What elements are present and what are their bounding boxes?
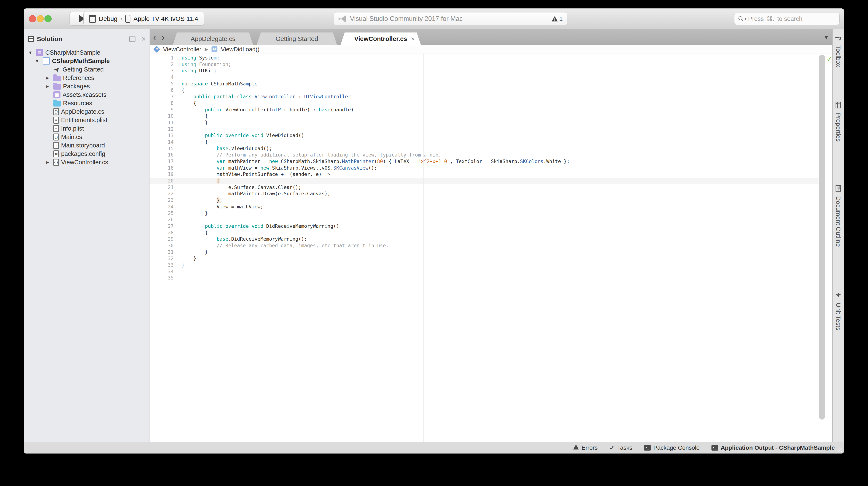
search-scope-chevron-icon[interactable]: ▾ xyxy=(745,17,746,21)
close-pad-icon[interactable]: × xyxy=(142,35,146,43)
editor-vertical-scrollbar[interactable] xyxy=(819,55,825,420)
window-resize-grip[interactable] xyxy=(835,445,842,452)
code-line-3: using UIKit; xyxy=(182,67,818,74)
line-number: 9 xyxy=(150,107,179,113)
tree-item-info-plist[interactable]: ≡Info.plist xyxy=(24,124,150,133)
line-number: 11 xyxy=(150,119,179,126)
window-title-pill: Visual Studio Community 2017 for Mac 1 xyxy=(334,12,567,25)
bolt-icon xyxy=(835,291,842,299)
tree-item-csharpmathsample[interactable]: ▾CSharpMathSample xyxy=(24,57,150,65)
code-line-13: public override void ViewDidLoad() xyxy=(182,132,818,139)
search-input[interactable] xyxy=(748,15,836,23)
line-number: 1 xyxy=(150,55,179,61)
tree-item-packages[interactable]: ▸Packages xyxy=(24,82,150,90)
tree-item-label: packages.config xyxy=(61,150,105,158)
tab-appdelegate-cs[interactable]: AppDelegate.cs xyxy=(173,32,253,45)
code-line-18: var mathView = new SkiaSharp.Views.tvOS.… xyxy=(182,165,818,171)
dock-tab-document-outline[interactable]: Document Outline xyxy=(833,185,844,247)
status-bar: Errors✓Tasks>_Package Console>_Applicati… xyxy=(24,442,844,454)
tree-item-viewcontroller-cs[interactable]: ▸{}ViewController.cs xyxy=(24,158,150,166)
line-number: 27 xyxy=(150,223,179,229)
code-line-29: base.DidReceiveMemoryWarning(); xyxy=(182,236,818,242)
tab-list-dropdown-icon[interactable]: ▼ xyxy=(824,34,829,40)
navigate-forward-button[interactable]: › xyxy=(162,33,165,42)
tab-getting-started[interactable]: Getting Started xyxy=(257,32,337,45)
code-line-28: { xyxy=(182,229,818,236)
code-line-5: namespace CSharpMathSample xyxy=(182,81,818,87)
tree-item-csharpmathsample[interactable]: ▾≣CSharpMathSample xyxy=(24,48,150,57)
code-editor[interactable]: 1234567891011121314151617181920212223242… xyxy=(150,54,832,442)
line-number: 33 xyxy=(150,262,179,268)
tree-item-appdelegate-cs[interactable]: {}AppDelegate.cs xyxy=(24,107,150,116)
tree-item-label: Packages xyxy=(63,83,90,90)
tree-item-label: Info.plist xyxy=(61,125,84,132)
configuration-icon xyxy=(89,15,96,23)
breadcrumb-item-viewdidload[interactable]: ViewDidLoad() xyxy=(221,46,259,53)
tab-viewcontroller-cs[interactable]: ViewController.cs× xyxy=(340,32,421,45)
line-number: 35 xyxy=(150,275,179,281)
folder-purple-icon xyxy=(53,76,61,81)
breadcrumb-item-viewcontroller[interactable]: ViewController xyxy=(163,46,202,53)
code-line-20: { xyxy=(182,178,818,184)
tree-item-label: Resources xyxy=(63,100,92,107)
line-number: 8 xyxy=(150,100,179,107)
right-dock-strip: ToolboxPropertiesDocument OutlineUnit Te… xyxy=(832,29,844,442)
global-search[interactable]: ▾ xyxy=(734,13,840,25)
line-number: 18 xyxy=(150,165,179,171)
line-number: 34 xyxy=(150,268,179,275)
cs-file-icon: {} xyxy=(53,159,59,166)
warning-count-badge[interactable]: 1 xyxy=(552,15,563,22)
tree-item-main-cs[interactable]: {}Main.cs xyxy=(24,133,150,141)
expander-right-icon[interactable]: ▸ xyxy=(44,159,51,165)
tree-item-assets-xcassets[interactable]: ▣Assets.xcassets xyxy=(24,90,150,99)
code-line-33: } xyxy=(182,262,818,268)
close-window-button[interactable] xyxy=(29,15,36,22)
tree-item-getting-started[interactable]: ➤Getting Started xyxy=(24,65,150,74)
configuration-device-selector[interactable]: Debug › Apple TV 4K tvOS 11.4 xyxy=(84,12,204,26)
line-number: 4 xyxy=(150,74,179,81)
plist-file-icon: ≡ xyxy=(53,125,59,132)
statusbar-item-label: Tasks xyxy=(617,445,632,451)
tree-item-label: Getting Started xyxy=(63,66,104,73)
rocket-icon: ➤ xyxy=(52,64,62,75)
tab-close-icon[interactable]: × xyxy=(411,36,414,42)
minimize-window-button[interactable] xyxy=(37,15,44,22)
cs-file-icon: {} xyxy=(53,108,59,115)
properties-icon xyxy=(835,102,842,110)
code-line-10: { xyxy=(182,113,818,119)
line-number: 25 xyxy=(150,210,179,217)
statusbar-application-output-csharpmathsample[interactable]: >_Application Output - CSharpMathSample xyxy=(711,445,835,451)
app-title: Visual Studio Community 2017 for Mac xyxy=(350,15,548,23)
warning-icon xyxy=(573,444,579,451)
dock-tab-toolbox[interactable]: Toolbox xyxy=(833,34,844,67)
code-line-9: public ViewController(IntPtr handle) : b… xyxy=(182,107,818,113)
statusbar-tasks[interactable]: ✓Tasks xyxy=(609,444,632,451)
statusbar-errors[interactable]: Errors xyxy=(573,444,597,451)
zoom-window-button[interactable] xyxy=(44,15,52,22)
tree-item-references[interactable]: ▸References xyxy=(24,74,150,82)
tree-item-label: ViewController.cs xyxy=(61,159,108,166)
line-number: 28 xyxy=(150,229,179,236)
tree-item-main-storyboard[interactable]: →Main.storyboard xyxy=(24,141,150,149)
warning-count: 1 xyxy=(559,15,563,22)
line-number: 31 xyxy=(150,249,179,255)
dock-pad-icon[interactable] xyxy=(129,36,135,41)
expander-down-icon[interactable]: ▾ xyxy=(27,50,34,55)
line-number: 22 xyxy=(150,191,179,197)
device-icon xyxy=(125,15,130,23)
expander-right-icon[interactable]: ▸ xyxy=(44,83,51,89)
statusbar-package-console[interactable]: >_Package Console xyxy=(644,445,700,451)
folder-cyan-icon xyxy=(53,101,61,107)
code-line-22: mathPainter.Draw(e.Surface.Canvas); xyxy=(182,191,818,197)
tree-item-packages-config[interactable]: <>packages.config xyxy=(24,149,150,158)
dock-tab-unit-tests[interactable]: Unit Tests xyxy=(833,291,844,330)
tree-item-resources[interactable]: Resources xyxy=(24,99,150,107)
code-line-8: { xyxy=(182,100,818,107)
expander-right-icon[interactable]: ▸ xyxy=(44,75,51,81)
terminal-icon: >_ xyxy=(644,445,651,451)
expander-down-icon[interactable]: ▾ xyxy=(33,58,41,64)
dock-tab-properties[interactable]: Properties xyxy=(833,102,844,142)
navigate-back-button[interactable]: ‹ xyxy=(153,33,156,42)
tree-item-entitlements-plist[interactable]: ≡Entitlements.plist xyxy=(24,116,150,124)
code-line-16: // Perform any additional setup after lo… xyxy=(182,152,818,158)
